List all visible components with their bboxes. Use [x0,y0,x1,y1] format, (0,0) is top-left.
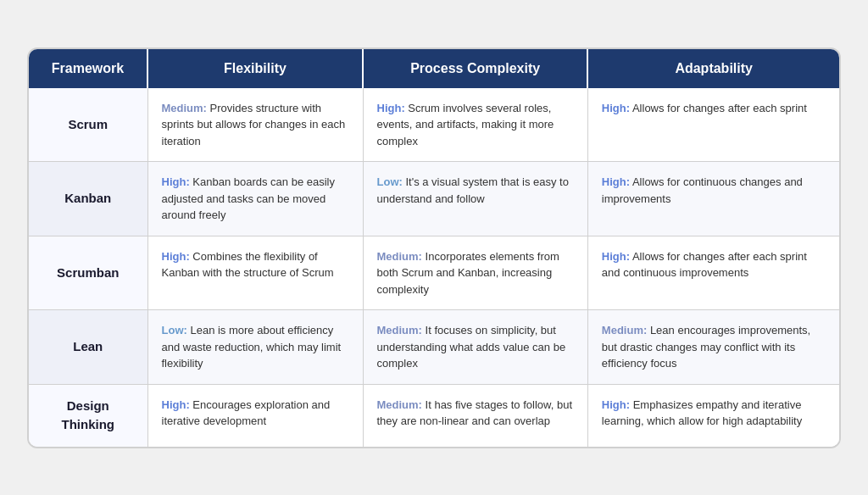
framework-cell: Lean [29,310,147,385]
table-row: Design ThinkingHigh: Encourages explorat… [29,384,839,447]
flexibility-level: High: [162,398,190,411]
flexibility-text: Lean is more about efficiency and waste … [162,324,342,370]
flexibility-cell: High: Kanban boards can be easily adjust… [147,162,363,236]
comparison-table: Framework Flexibility Process Complexity… [27,47,841,448]
flexibility-cell: High: Combines the flexibility of Kanban… [147,236,363,310]
table-row: ScrumMedium: Provides structure with spr… [29,88,839,162]
complexity-level: Medium: [377,250,422,263]
complexity-cell: Medium: It has five stages to follow, bu… [363,384,587,447]
adaptability-cell: High: Allows for changes after each spri… [587,236,839,310]
complexity-text: It's a visual system that is easy to und… [377,175,569,205]
complexity-level: Medium: [377,398,422,411]
header-framework: Framework [29,49,147,88]
adaptability-cell: High: Allows for changes after each spri… [587,88,839,162]
flexibility-level: High: [162,175,190,188]
flexibility-cell: Medium: Provides structure with sprints … [147,88,363,162]
table-row: KanbanHigh: Kanban boards can be easily … [29,162,839,236]
table-row: LeanLow: Lean is more about efficiency a… [29,310,839,385]
complexity-level: Low: [377,175,403,188]
adaptability-cell: High: Emphasizes empathy and iterative l… [587,384,839,447]
adaptability-text: Emphasizes empathy and iterative learnin… [602,398,802,428]
flexibility-level: Low: [162,324,187,336]
header-flexibility: Flexibility [147,49,363,88]
complexity-cell: Medium: It focuses on simplicity, but un… [363,310,587,385]
complexity-cell: Medium: Incorporates elements from both … [363,236,587,310]
adaptability-text: Allows for changes after each sprint and… [602,250,807,280]
adaptability-text: Allows for continuous changes and improv… [602,175,803,205]
adaptability-cell: Medium: Lean encourages improvements, bu… [587,310,839,385]
flexibility-level: Medium: [162,102,207,114]
adaptability-level: High: [602,175,630,188]
table-row: ScrumbanHigh: Combines the flexibility o… [29,236,839,310]
adaptability-cell: High: Allows for continuous changes and … [587,162,839,236]
adaptability-level: Medium: [602,324,647,336]
complexity-cell: High: Scrum involves several roles, even… [363,88,587,162]
framework-cell: Design Thinking [29,384,147,447]
complexity-level: Medium: [377,324,422,336]
complexity-level: High: [377,102,405,114]
header-process-complexity: Process Complexity [363,49,587,88]
adaptability-level: High: [602,102,630,114]
flexibility-level: High: [162,250,190,263]
adaptability-level: High: [602,250,630,263]
adaptability-level: High: [602,398,630,411]
flexibility-cell: Low: Lean is more about efficiency and w… [147,310,363,385]
header-adaptability: Adaptability [587,49,839,88]
framework-cell: Scrumban [29,236,147,310]
framework-cell: Kanban [29,162,147,236]
flexibility-cell: High: Encourages exploration and iterati… [147,384,363,447]
complexity-cell: Low: It's a visual system that is easy t… [363,162,587,236]
framework-cell: Scrum [29,88,147,162]
adaptability-text: Allows for changes after each sprint [630,102,807,114]
